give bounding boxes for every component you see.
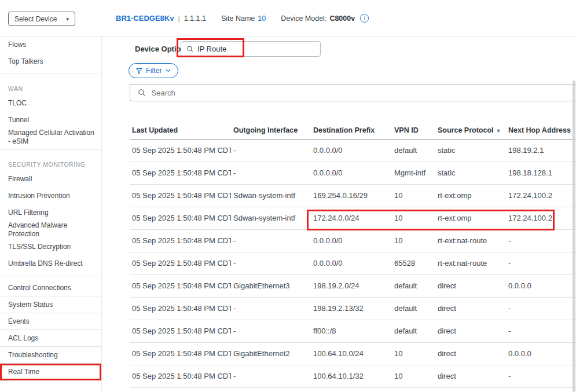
select-device-label: Select Device	[14, 15, 57, 23]
device-options-search[interactable]	[181, 41, 321, 57]
filter-label: Filter	[146, 67, 162, 75]
sidebar-section-security-monitoring: SECURITY MONITORING	[0, 153, 101, 171]
table-row[interactable]: 05 Sep 2025 1:50:48 PM CDT-0.0.0.0/06552…	[130, 252, 576, 274]
table-row[interactable]: 05 Sep 2025 1:50:48 PM CDT-0.0.0.0/010rt…	[130, 229, 576, 252]
table-cell: 100.64.10.0/24	[311, 342, 392, 365]
table-cell: 05 Sep 2025 1:50:48 PM CDT	[130, 320, 231, 342]
table-cell: 198.19.2.13/32	[311, 297, 392, 320]
sidebar-item-umbrella-dns-re-direct[interactable]: Umbrella DNS Re-direct	[0, 255, 101, 272]
table-cell: 0.0.0.0/0	[311, 229, 392, 252]
column-label: Next Hop Address	[508, 126, 571, 134]
filter-button[interactable]: Filter	[129, 63, 178, 78]
table-cell: -	[231, 252, 311, 274]
column-header-destination-prefix[interactable]: Destination Prefix	[311, 122, 392, 139]
sidebar-item-troubleshooting[interactable]: Troubleshooting	[0, 347, 101, 364]
sidebar-item-system-status[interactable]: System Status	[0, 296, 101, 313]
sidebar-item-flows[interactable]: Flows	[0, 36, 101, 53]
table-row[interactable]: 05 Sep 2025 1:50:48 PM CDT-0.0.0.0/0defa…	[130, 139, 576, 162]
table-cell: -	[506, 252, 576, 274]
table-row[interactable]: 05 Sep 2025 1:50:48 PM CDTGigabitEtherne…	[130, 274, 576, 297]
table-cell: -	[506, 229, 576, 252]
sidebar-item-managed-cellular-activation-esim[interactable]: Managed Cellular Activation - eSIM	[0, 129, 101, 146]
table-cell: default	[392, 320, 435, 342]
column-header-vpn-id[interactable]: VPN ID	[392, 122, 435, 139]
sidebar-item-top-talkers[interactable]: Top Talkers	[0, 53, 101, 70]
table-cell: 0.0.0.0	[506, 274, 576, 297]
column-label: Destination Prefix	[313, 126, 375, 134]
sidebar-item-events[interactable]: Events	[0, 313, 101, 330]
table-cell: 10	[392, 229, 435, 252]
column-header-source-protocol[interactable]: Source Protocol▾	[435, 122, 506, 139]
filter-funnel-icon	[136, 68, 142, 74]
table-cell: 0.0.0.0/0	[311, 162, 392, 184]
table-cell: 198.18.128.1	[506, 162, 576, 184]
sidebar-item-advanced-malware-protection[interactable]: Advanced Malware Protection	[0, 221, 101, 239]
sidebar-item-real-time[interactable]: Real Time	[0, 364, 101, 380]
table-cell: 05 Sep 2025 1:50:48 PM CDT	[130, 252, 231, 274]
table-cell: default	[392, 274, 435, 297]
device-info-bar: BR1-CEDGE8Kv | 1.1.1.1 Site Name 10 Devi…	[116, 0, 369, 36]
table-cell: 05 Sep 2025 1:50:48 PM CDT	[130, 139, 231, 162]
table-cell: 172.24.100.2	[506, 207, 576, 229]
column-label: Source Protocol	[438, 126, 494, 134]
table-cell: 198.19.2.1	[506, 139, 576, 162]
table-row[interactable]: 05 Sep 2025 1:50:48 PM CDT-0.0.0.0/0Mgmt…	[130, 162, 576, 184]
table-row[interactable]: 05 Sep 2025 1:50:48 PM CDT-ff00::/8defau…	[130, 320, 576, 342]
device-options-input[interactable]	[197, 45, 315, 53]
table-row[interactable]: 05 Sep 2025 1:50:48 PM CDT-100.64.10.1/3…	[130, 365, 576, 387]
table-row[interactable]: 05 Sep 2025 1:50:48 PM CDT-198.19.2.13/3…	[130, 297, 576, 320]
sidebar-item-url-filtering[interactable]: URL Filtering	[0, 204, 101, 221]
site-name-label: Site Name	[221, 14, 255, 23]
table-row[interactable]: 05 Sep 2025 1:50:48 PM CDTSdwan-system-i…	[130, 184, 576, 207]
select-device-dropdown[interactable]: Select Device ▾	[8, 12, 75, 26]
table-cell: 10	[392, 184, 435, 207]
chevron-down-icon: ▾	[66, 16, 69, 22]
info-icon[interactable]: i	[360, 14, 369, 23]
table-cell: rt-ext:nat-route	[435, 252, 506, 274]
table-cell: 05 Sep 2025 1:50:48 PM CDT	[130, 274, 231, 297]
table-cell: -	[231, 162, 311, 184]
device-ip: 1.1.1.1	[184, 14, 206, 23]
search-icon	[186, 45, 193, 53]
table-row[interactable]: 05 Sep 2025 1:50:48 PM CDTGigabitEtherne…	[130, 342, 576, 365]
column-header-last-updated[interactable]: Last Updated	[130, 122, 231, 139]
column-label: Last Updated	[132, 126, 178, 134]
sidebar-item-tloc[interactable]: TLOC	[0, 95, 101, 112]
table-search[interactable]	[130, 84, 576, 101]
table-cell: 05 Sep 2025 1:50:48 PM CDT	[130, 342, 231, 365]
table-cell: -	[506, 365, 576, 387]
table-cell: default	[392, 139, 435, 162]
sidebar-item-intrusion-prevention[interactable]: Intrusion Prevention	[0, 188, 101, 204]
sidebar-item-tls-ssl-decryption[interactable]: TLS/SSL Decryption	[0, 239, 101, 255]
table-cell: -	[506, 297, 576, 320]
table-cell: 0.0.0.0/0	[311, 252, 392, 274]
main-scrollbar[interactable]	[573, 80, 575, 392]
table-cell: -	[231, 365, 311, 387]
table-cell: -	[231, 297, 311, 320]
sidebar-item-tunnel[interactable]: Tunnel	[0, 112, 101, 129]
table-cell: -	[231, 320, 311, 342]
site-name-value[interactable]: 10	[258, 14, 266, 23]
device-name-link[interactable]: BR1-CEDGE8Kv	[116, 14, 174, 23]
topbar: Select Device ▾ BR1-CEDGE8Kv | 1.1.1.1 S…	[0, 0, 576, 36]
device-model-label: Device Model:	[281, 14, 326, 23]
table-cell: 172.24.100.2	[506, 184, 576, 207]
table-search-input[interactable]	[152, 89, 568, 97]
sidebar-divider	[0, 74, 101, 74]
column-header-next-hop-address[interactable]: Next Hop Address	[506, 122, 576, 139]
table-cell: -	[231, 139, 311, 162]
table-cell: 05 Sep 2025 1:50:48 PM CDT	[130, 184, 231, 207]
table-cell: 10	[392, 207, 435, 229]
table-row[interactable]: 05 Sep 2025 1:50:48 PM CDTSdwan-system-i…	[130, 207, 576, 229]
sidebar-item-firewall[interactable]: Firewall	[0, 171, 101, 188]
column-header-outgoing-interface[interactable]: Outgoing Interface	[231, 122, 311, 139]
table-cell: GigabitEthernet2	[231, 342, 311, 365]
table-cell: 100.64.10.1/32	[311, 365, 392, 387]
table-cell: Sdwan-system-intf	[231, 184, 311, 207]
sidebar-item-control-connections[interactable]: Control Connections	[0, 280, 101, 296]
sidebar-item-acl-logs[interactable]: ACL Logs	[0, 330, 101, 347]
table-cell: direct	[435, 365, 506, 387]
sort-descending-icon[interactable]: ▾	[497, 127, 500, 134]
table-cell: 65528	[392, 252, 435, 274]
table-cell: GigabitEthernet3	[231, 274, 311, 297]
